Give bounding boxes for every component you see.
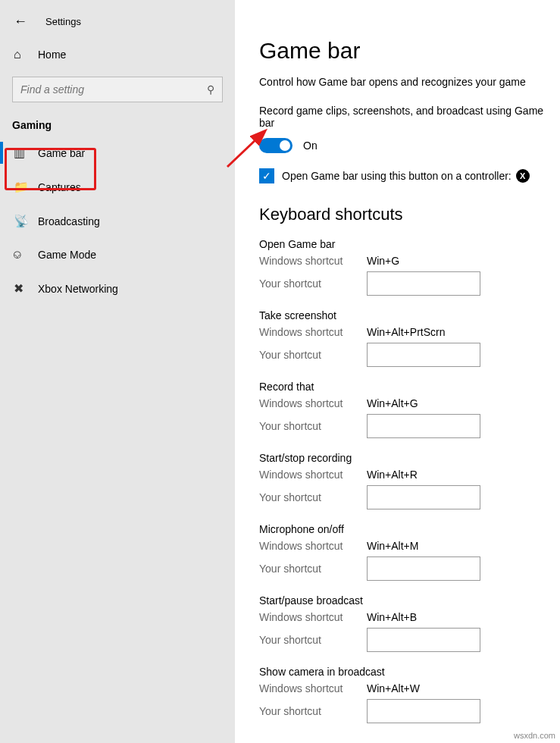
shortcut-windows-value: Win+Alt+W xyxy=(367,682,420,694)
nav-home-label: Home xyxy=(38,49,66,61)
shortcut-your-row: Your shortcut xyxy=(259,414,560,438)
shortcut-input[interactable] xyxy=(367,628,480,652)
shortcut-block: Microphone on/off Windows shortcut Win+A… xyxy=(259,523,560,581)
back-icon[interactable]: ← xyxy=(14,14,27,30)
xbox-icon: ✖ xyxy=(14,281,30,296)
controller-checkbox[interactable]: ✓ xyxy=(259,168,274,183)
shortcut-your-row: Your shortcut xyxy=(259,271,560,296)
shortcut-windows-label: Windows shortcut xyxy=(259,540,367,552)
shortcut-your-label: Your shortcut xyxy=(259,277,367,290)
shortcut-your-row: Your shortcut xyxy=(259,485,560,509)
search-icon: ⚲ xyxy=(207,83,214,96)
search-box[interactable]: ⚲ xyxy=(12,77,223,102)
page-description: Control how Game bar opens and recognize… xyxy=(259,76,560,88)
sidebar-item-game-bar[interactable]: ▥ Game bar xyxy=(0,136,235,170)
shortcut-your-label: Your shortcut xyxy=(259,420,367,432)
shortcut-windows-label: Windows shortcut xyxy=(259,469,367,481)
shortcut-input[interactable] xyxy=(367,556,480,581)
shortcut-your-row: Your shortcut xyxy=(259,628,560,652)
broadcast-icon: 📡 xyxy=(14,214,30,228)
shortcuts-list: Open Game bar Windows shortcut Win+G You… xyxy=(259,238,560,723)
shortcut-title: Take screenshot xyxy=(259,309,560,321)
shortcut-windows-row: Windows shortcut Win+Alt+PrtScrn xyxy=(259,326,560,338)
shortcut-input[interactable] xyxy=(367,271,480,296)
shortcut-block: Open Game bar Windows shortcut Win+G You… xyxy=(259,238,560,296)
record-label: Record game clips, screenshots, and broa… xyxy=(259,105,560,129)
shortcut-input[interactable] xyxy=(367,414,480,438)
shortcut-windows-label: Windows shortcut xyxy=(259,326,367,338)
shortcut-your-row: Your shortcut xyxy=(259,556,560,581)
shortcut-windows-value: Win+Alt+M xyxy=(367,540,418,552)
shortcut-your-label: Your shortcut xyxy=(259,634,367,646)
shortcut-windows-label: Windows shortcut xyxy=(259,611,367,623)
shortcut-block: Start/stop recording Windows shortcut Wi… xyxy=(259,452,560,509)
shortcut-windows-row: Windows shortcut Win+G xyxy=(259,255,560,267)
watermark: wsxdn.com xyxy=(514,731,555,740)
shortcut-windows-row: Windows shortcut Win+Alt+W xyxy=(259,682,560,694)
shortcut-your-row: Your shortcut xyxy=(259,343,560,367)
shortcut-windows-row: Windows shortcut Win+Alt+B xyxy=(259,611,560,623)
home-icon: ⌂ xyxy=(14,48,30,61)
shortcut-input[interactable] xyxy=(367,699,480,723)
sidebar-item-xbox-networking[interactable]: ✖ Xbox Networking xyxy=(0,271,235,306)
section-label: Gaming xyxy=(0,116,235,136)
shortcut-windows-label: Windows shortcut xyxy=(259,397,367,409)
shortcut-windows-row: Windows shortcut Win+Alt+M xyxy=(259,540,560,552)
search-input[interactable] xyxy=(20,83,186,96)
sidebar-item-captures[interactable]: 📁 Captures xyxy=(0,170,235,204)
xbox-button-icon: X xyxy=(516,169,530,183)
sidebar-item-broadcasting[interactable]: 📡 Broadcasting xyxy=(0,204,235,238)
sidebar: ← Settings ⌂ Home ⚲ Gaming ▥ Game bar 📁 … xyxy=(0,0,235,743)
shortcut-input[interactable] xyxy=(367,485,480,509)
shortcut-your-row: Your shortcut xyxy=(259,699,560,723)
shortcut-your-label: Your shortcut xyxy=(259,705,367,717)
shortcut-title: Microphone on/off xyxy=(259,523,560,535)
gamemode-icon: ⎉ xyxy=(14,248,30,262)
sidebar-item-label: Broadcasting xyxy=(38,215,100,227)
shortcut-windows-value: Win+Alt+PrtScrn xyxy=(367,326,445,338)
shortcuts-heading: Keyboard shortcuts xyxy=(259,205,560,224)
sidebar-item-label: Captures xyxy=(38,181,81,193)
shortcut-block: Take screenshot Windows shortcut Win+Alt… xyxy=(259,309,560,367)
shortcut-block: Start/pause broadcast Windows shortcut W… xyxy=(259,594,560,652)
shortcut-windows-value: Win+G xyxy=(367,255,399,267)
page-title: Game bar xyxy=(259,38,560,64)
sidebar-item-label: Game bar xyxy=(38,147,85,159)
gamebar-toggle[interactable] xyxy=(259,138,293,153)
shortcut-windows-row: Windows shortcut Win+Alt+G xyxy=(259,397,560,409)
nav-home[interactable]: ⌂ Home xyxy=(0,40,235,69)
checkbox-row: ✓ Open Game bar using this button on a c… xyxy=(259,168,560,183)
shortcut-windows-row: Windows shortcut Win+Alt+R xyxy=(259,469,560,481)
app-title: Settings xyxy=(45,16,81,27)
shortcut-windows-value: Win+Alt+B xyxy=(367,611,417,623)
shortcut-title: Record that xyxy=(259,381,560,393)
toggle-row: On xyxy=(259,138,560,153)
shortcut-windows-value: Win+Alt+R xyxy=(367,469,418,481)
shortcut-block: Show camera in broadcast Windows shortcu… xyxy=(259,666,560,723)
shortcut-your-label: Your shortcut xyxy=(259,491,367,503)
shortcut-windows-value: Win+Alt+G xyxy=(367,397,418,409)
shortcut-input[interactable] xyxy=(367,343,480,367)
shortcut-block: Record that Windows shortcut Win+Alt+G Y… xyxy=(259,381,560,438)
main-content: Game bar Control how Game bar opens and … xyxy=(235,0,560,743)
sidebar-item-label: Xbox Networking xyxy=(38,283,118,295)
shortcut-windows-label: Windows shortcut xyxy=(259,255,367,267)
shortcut-your-label: Your shortcut xyxy=(259,349,367,361)
shortcut-windows-label: Windows shortcut xyxy=(259,682,367,694)
shortcut-title: Open Game bar xyxy=(259,238,560,250)
gamebar-icon: ▥ xyxy=(14,146,30,160)
checkbox-label: Open Game bar using this button on a con… xyxy=(282,170,512,182)
captures-icon: 📁 xyxy=(14,180,30,194)
shortcut-title: Show camera in broadcast xyxy=(259,666,560,678)
sidebar-item-game-mode[interactable]: ⎉ Game Mode xyxy=(0,238,235,271)
shortcut-your-label: Your shortcut xyxy=(259,563,367,575)
header-row: ← Settings xyxy=(0,9,235,40)
sidebar-item-label: Game Mode xyxy=(38,249,96,261)
shortcut-title: Start/stop recording xyxy=(259,452,560,464)
toggle-state: On xyxy=(303,140,318,152)
shortcut-title: Start/pause broadcast xyxy=(259,594,560,607)
